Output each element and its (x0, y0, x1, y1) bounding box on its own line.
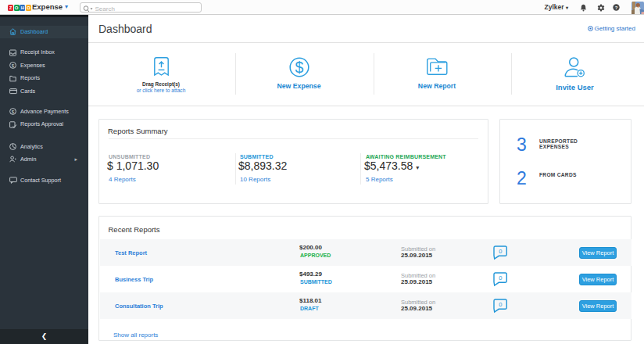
svg-text:0: 0 (499, 248, 502, 255)
svg-text:$: $ (12, 63, 15, 68)
svg-text:0: 0 (499, 274, 502, 281)
svg-text:?: ? (615, 5, 618, 10)
svg-text:0: 0 (499, 301, 502, 308)
svg-text:$: $ (12, 109, 15, 114)
svg-text:$: $ (295, 59, 304, 76)
